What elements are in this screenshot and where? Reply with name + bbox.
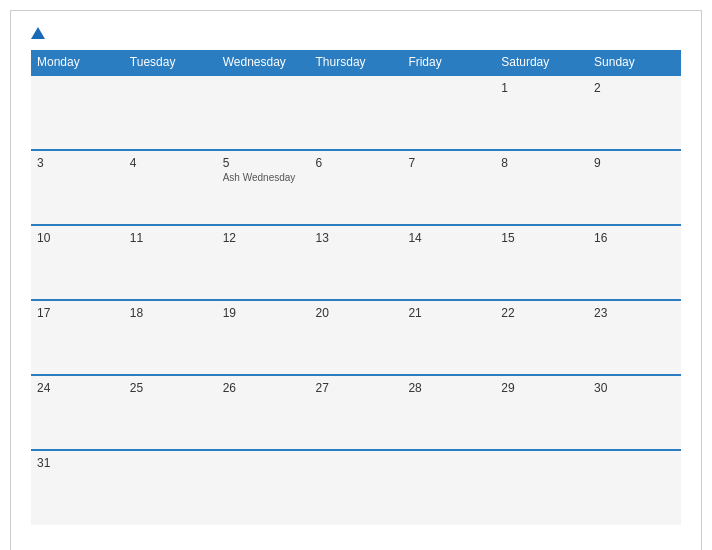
day-number: 12	[223, 231, 304, 245]
calendar-cell	[402, 75, 495, 150]
calendar-cell: 29	[495, 375, 588, 450]
calendar-container: MondayTuesdayWednesdayThursdayFridaySatu…	[10, 10, 702, 550]
calendar-cell: 12	[217, 225, 310, 300]
calendar-cell: 17	[31, 300, 124, 375]
weekday-header-tuesday: Tuesday	[124, 50, 217, 75]
calendar-cell: 28	[402, 375, 495, 450]
day-number: 22	[501, 306, 582, 320]
calendar-cell	[124, 75, 217, 150]
calendar-cell	[310, 75, 403, 150]
calendar-cell	[124, 450, 217, 525]
event-label: Ash Wednesday	[223, 172, 304, 183]
calendar-header	[31, 27, 681, 40]
day-number: 1	[501, 81, 582, 95]
calendar-cell: 8	[495, 150, 588, 225]
calendar-week-row: 10111213141516	[31, 225, 681, 300]
calendar-cell: 11	[124, 225, 217, 300]
calendar-week-row: 345Ash Wednesday6789	[31, 150, 681, 225]
calendar-week-row: 24252627282930	[31, 375, 681, 450]
weekday-header-sunday: Sunday	[588, 50, 681, 75]
calendar-cell: 15	[495, 225, 588, 300]
calendar-cell	[588, 450, 681, 525]
day-number: 7	[408, 156, 489, 170]
calendar-cell: 4	[124, 150, 217, 225]
day-number: 3	[37, 156, 118, 170]
day-number: 11	[130, 231, 211, 245]
calendar-week-row: 12	[31, 75, 681, 150]
logo-triangle-icon	[31, 27, 45, 39]
weekday-header-monday: Monday	[31, 50, 124, 75]
day-number: 5	[223, 156, 304, 170]
day-number: 9	[594, 156, 675, 170]
day-number: 19	[223, 306, 304, 320]
calendar-cell: 23	[588, 300, 681, 375]
day-number: 13	[316, 231, 397, 245]
calendar-week-row: 17181920212223	[31, 300, 681, 375]
day-number: 15	[501, 231, 582, 245]
logo	[31, 27, 47, 40]
day-number: 29	[501, 381, 582, 395]
day-number: 2	[594, 81, 675, 95]
calendar-cell: 14	[402, 225, 495, 300]
calendar-cell	[31, 75, 124, 150]
day-number: 10	[37, 231, 118, 245]
calendar-cell: 1	[495, 75, 588, 150]
day-number: 16	[594, 231, 675, 245]
calendar-cell	[217, 75, 310, 150]
calendar-cell: 10	[31, 225, 124, 300]
calendar-cell: 13	[310, 225, 403, 300]
weekday-header-wednesday: Wednesday	[217, 50, 310, 75]
calendar-cell	[402, 450, 495, 525]
calendar-cell: 19	[217, 300, 310, 375]
day-number: 14	[408, 231, 489, 245]
day-number: 28	[408, 381, 489, 395]
calendar-cell: 20	[310, 300, 403, 375]
logo-blue-text	[31, 27, 47, 40]
calendar-cell: 24	[31, 375, 124, 450]
calendar-cell: 6	[310, 150, 403, 225]
day-number: 18	[130, 306, 211, 320]
calendar-cell: 9	[588, 150, 681, 225]
day-number: 20	[316, 306, 397, 320]
calendar-cell: 26	[217, 375, 310, 450]
calendar-cell: 2	[588, 75, 681, 150]
day-number: 4	[130, 156, 211, 170]
calendar-cell: 18	[124, 300, 217, 375]
calendar-week-row: 31	[31, 450, 681, 525]
calendar-cell: 21	[402, 300, 495, 375]
day-number: 26	[223, 381, 304, 395]
weekday-header-row: MondayTuesdayWednesdayThursdayFridaySatu…	[31, 50, 681, 75]
calendar-cell: 31	[31, 450, 124, 525]
day-number: 25	[130, 381, 211, 395]
day-number: 31	[37, 456, 118, 470]
calendar-cell: 25	[124, 375, 217, 450]
calendar-cell	[310, 450, 403, 525]
calendar-cell: 5Ash Wednesday	[217, 150, 310, 225]
day-number: 6	[316, 156, 397, 170]
calendar-cell: 16	[588, 225, 681, 300]
day-number: 21	[408, 306, 489, 320]
day-number: 23	[594, 306, 675, 320]
calendar-cell: 7	[402, 150, 495, 225]
calendar-cell: 30	[588, 375, 681, 450]
calendar-cell	[495, 450, 588, 525]
weekday-header-friday: Friday	[402, 50, 495, 75]
day-number: 27	[316, 381, 397, 395]
weekday-header-thursday: Thursday	[310, 50, 403, 75]
day-number: 30	[594, 381, 675, 395]
calendar-cell: 22	[495, 300, 588, 375]
calendar-cell	[217, 450, 310, 525]
calendar-cell: 3	[31, 150, 124, 225]
calendar-cell: 27	[310, 375, 403, 450]
day-number: 8	[501, 156, 582, 170]
weekday-header-saturday: Saturday	[495, 50, 588, 75]
day-number: 17	[37, 306, 118, 320]
calendar-table: MondayTuesdayWednesdayThursdayFridaySatu…	[31, 50, 681, 525]
day-number: 24	[37, 381, 118, 395]
